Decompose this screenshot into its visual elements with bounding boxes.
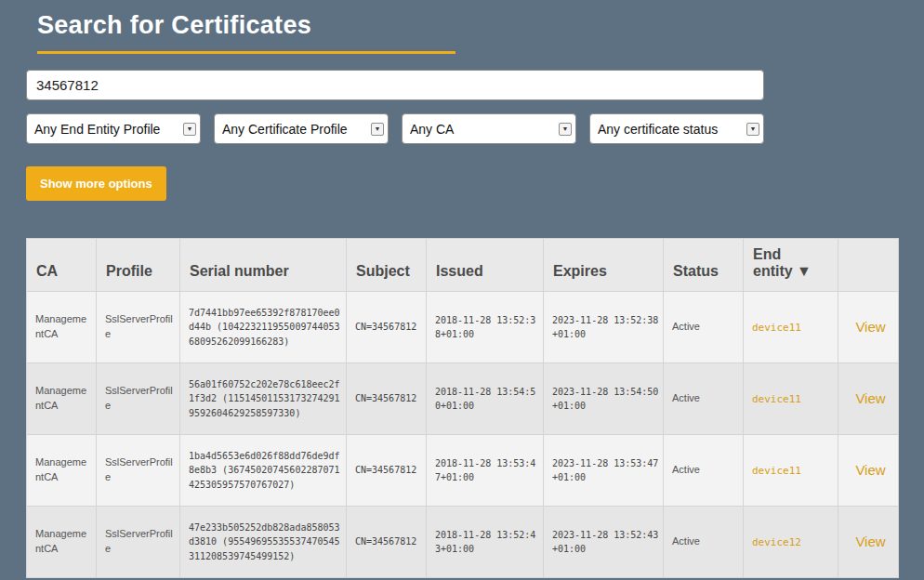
title-underline (37, 51, 455, 54)
column-header-profile: Profile (97, 239, 180, 292)
cell-status: Active (664, 435, 744, 507)
ca-select[interactable]: Any CA (402, 113, 576, 144)
cell-serial-number: 56a01f60752c202e78c618eec2f1f3d2 (115145… (180, 363, 347, 435)
view-link[interactable]: View (855, 462, 885, 478)
cell-end-entity: device12 (744, 507, 838, 578)
cell-profile: SslServerProfile (97, 292, 180, 363)
cell-end-entity: device11 (744, 363, 838, 435)
cell-actions: View (838, 435, 899, 507)
cell-issued: 2018-11-28 13:54:50+01:00 (427, 363, 544, 435)
filter-certificate-profile: Any Certificate Profile ▼ (214, 113, 389, 144)
filter-ca: Any CA ▼ (402, 113, 576, 144)
end-entity-profile-select[interactable]: Any End Entity Profile (26, 113, 201, 144)
cell-subject: CN=34567812 (347, 507, 427, 578)
cell-issued: 2018-11-28 13:52:38+01:00 (427, 292, 544, 363)
end-entity-link[interactable]: device11 (752, 322, 801, 334)
certificate-status-select[interactable]: Any certificate status (589, 113, 764, 144)
search-input[interactable] (26, 70, 764, 100)
cell-ca: ManagementCA (27, 363, 97, 435)
cell-serial-number: 1ba4d5653e6d026f88dd76de9df8e8b3 (367450… (180, 435, 347, 507)
column-header-expires: Expires (544, 239, 664, 292)
cell-subject: CN=34567812 (347, 292, 427, 363)
cell-subject: CN=34567812 (347, 435, 427, 507)
cell-ca: ManagementCA (27, 292, 97, 363)
end-entity-link[interactable]: device12 (752, 536, 801, 548)
cell-serial-number: 47e233b505252db828ada858053d3810 (955496… (180, 507, 347, 578)
cell-status: Active (664, 363, 744, 435)
certificates-table: CA Profile Serial number Subject Issued … (26, 238, 899, 578)
cell-actions: View (838, 507, 899, 578)
cell-expires: 2023-11-28 13:52:38+01:00 (544, 292, 664, 363)
cell-ca: ManagementCA (27, 507, 97, 578)
view-link[interactable]: View (855, 319, 885, 335)
cell-status: Active (664, 507, 744, 578)
table-row: ManagementCA SslServerProfile 47e233b505… (27, 507, 899, 578)
end-entity-link[interactable]: device11 (752, 393, 801, 405)
certificate-profile-select[interactable]: Any Certificate Profile (214, 113, 389, 144)
filter-end-entity-profile: Any End Entity Profile ▼ (26, 113, 201, 144)
page-title: Search for Certificates (37, 11, 898, 40)
end-entity-link[interactable]: device11 (752, 465, 801, 477)
filter-bar: Any End Entity Profile ▼ Any Certificate… (26, 113, 764, 144)
cell-end-entity: device11 (744, 292, 838, 363)
column-header-serial-number: Serial number (180, 239, 347, 292)
cell-issued: 2018-11-28 13:53:47+01:00 (427, 435, 544, 507)
cell-profile: SslServerProfile (97, 507, 180, 578)
cell-actions: View (838, 292, 899, 363)
table-row: ManagementCA SslServerProfile 7d7441bb97… (27, 292, 899, 363)
cell-expires: 2023-11-28 13:54:50+01:00 (544, 363, 664, 435)
cell-expires: 2023-11-28 13:52:43+01:00 (544, 507, 664, 578)
cell-end-entity: device11 (744, 435, 838, 507)
column-header-actions (838, 239, 899, 292)
cell-issued: 2018-11-28 13:52:43+01:00 (427, 507, 544, 578)
filter-certificate-status: Any certificate status ▼ (589, 113, 764, 144)
column-header-subject: Subject (347, 239, 427, 292)
table-header-row: CA Profile Serial number Subject Issued … (27, 239, 899, 292)
table-row: ManagementCA SslServerProfile 56a01f6075… (27, 363, 899, 435)
column-header-status: Status (664, 239, 744, 292)
cell-status: Active (664, 292, 744, 363)
cell-ca: ManagementCA (27, 435, 97, 507)
column-header-end-entity-sort[interactable]: End entity ▼ (744, 239, 838, 292)
view-link[interactable]: View (855, 534, 885, 549)
cell-actions: View (838, 363, 899, 435)
view-link[interactable]: View (855, 390, 885, 406)
show-more-options-button[interactable]: Show more options (26, 166, 166, 201)
cell-expires: 2023-11-28 13:53:47+01:00 (544, 435, 664, 507)
cell-subject: CN=34567812 (347, 363, 427, 435)
column-header-ca: CA (27, 239, 97, 292)
cell-profile: SslServerProfile (97, 435, 180, 507)
column-header-issued: Issued (427, 239, 544, 292)
table-row: ManagementCA SslServerProfile 1ba4d5653e… (27, 435, 899, 507)
cell-serial-number: 7d7441bb97ee65392f878170ee0d44b (1042232… (180, 292, 347, 363)
cell-profile: SslServerProfile (97, 363, 180, 435)
certificates-search-page: Search for Certificates Any End Entity P… (0, 0, 924, 578)
